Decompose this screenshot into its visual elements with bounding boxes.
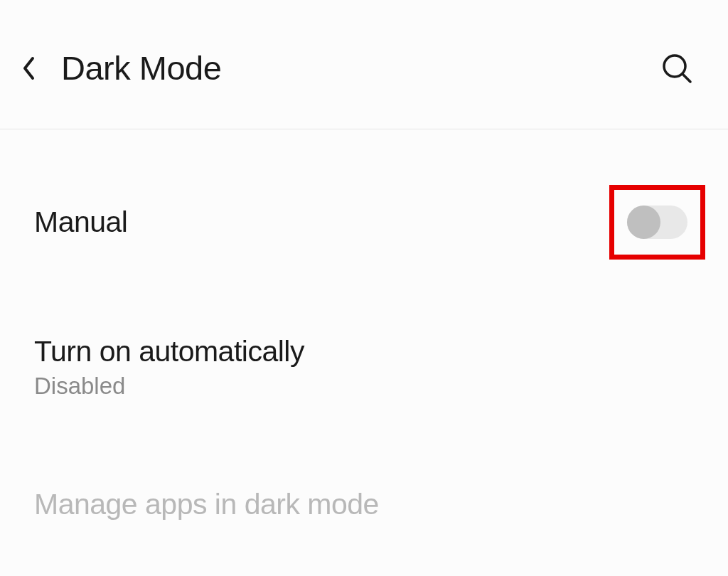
header-left: Dark Mode	[16, 48, 221, 87]
svg-line-1	[682, 74, 690, 82]
toggle-highlight-box	[609, 185, 705, 260]
settings-screen: Dark Mode Manual Turn on automatically D…	[0, 0, 728, 576]
setting-manage-label: Manage apps in dark mode	[34, 488, 379, 521]
page-title: Dark Mode	[61, 48, 221, 87]
setting-auto[interactable]: Turn on automatically Disabled	[34, 301, 694, 421]
setting-manual[interactable]: Manual	[34, 129, 694, 301]
manual-toggle[interactable]	[627, 206, 687, 239]
setting-auto-label: Turn on automatically	[34, 335, 694, 368]
toggle-thumb	[627, 206, 660, 239]
setting-auto-status: Disabled	[34, 373, 694, 400]
setting-manage[interactable]: Manage apps in dark mode	[34, 421, 694, 543]
search-icon[interactable]	[660, 51, 694, 85]
settings-content: Manual Turn on automatically Disabled Ma…	[0, 129, 728, 543]
back-icon[interactable]	[16, 55, 41, 81]
header-bar: Dark Mode	[0, 0, 728, 129]
setting-manual-label: Manual	[34, 206, 127, 239]
